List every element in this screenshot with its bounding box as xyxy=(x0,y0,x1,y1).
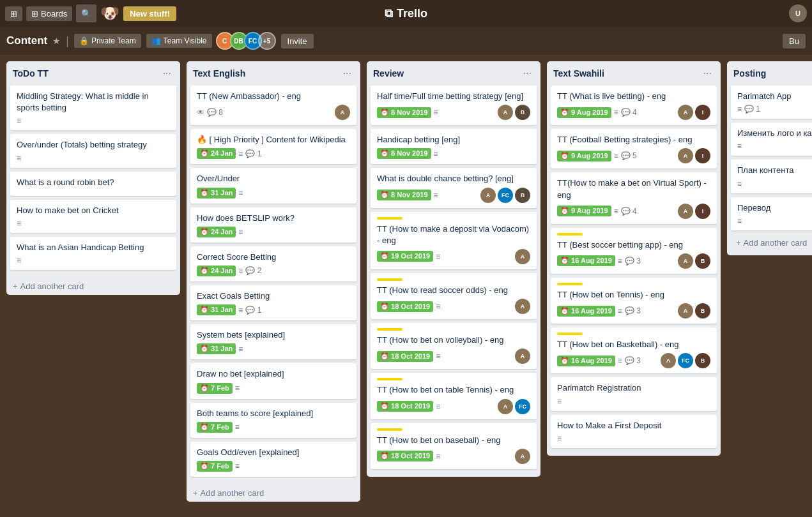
boards-button[interactable]: ⊞ Boards xyxy=(26,6,72,21)
date-badge: ⏰ 18 Oct 2019 xyxy=(377,451,433,461)
column-menu-todo-tt[interactable]: ··· xyxy=(160,66,174,80)
card-exact-goals[interactable]: Exact Goals Betting ⏰ 31 Jan ≡ 💬 1 xyxy=(190,285,356,320)
card-avatars: A B xyxy=(678,253,710,269)
card-meta: ≡ xyxy=(17,219,170,228)
card-asian-handicap[interactable]: What is an Asian Handicap Betting ≡ xyxy=(10,237,176,270)
private-team-button[interactable]: 🔒 Private Team xyxy=(74,34,141,48)
add-card-text-english[interactable]: + Add another card xyxy=(187,484,360,502)
board-header: Content ★ | 🔒 Private Team 👥 Team Visibl… xyxy=(0,27,812,55)
card-title: TT (How bet on Basketball) - eng xyxy=(557,339,710,350)
card-meta: ⏰ 31 Jan ≡ 💬 1 xyxy=(197,304,350,315)
card-betslip[interactable]: How does BETSLIP work? ⏰ 24 Jan ≡ xyxy=(190,207,356,243)
home-button[interactable]: ⊞ xyxy=(5,6,22,21)
description-icon: ≡ xyxy=(737,216,742,225)
card-high-priority-wikipedia[interactable]: 🔥 [ High Priority ] Content for Wikipedi… xyxy=(190,129,356,164)
yellow-bar xyxy=(377,278,402,281)
card-handicap-betting[interactable]: Handicap betting [eng] ⏰ 8 Nov 2019 ≡ xyxy=(371,129,537,164)
card-perevod[interactable]: Перевод ≡ xyxy=(731,197,812,230)
card-soccer-app[interactable]: TT (Best soccer betting app) - eng ⏰ 16 … xyxy=(551,228,717,274)
card-tennis[interactable]: TT (How bet on Tennis) - eng ⏰ 16 Aug 20… xyxy=(551,278,717,324)
card-halftime-fulltime[interactable]: Half time/Full time betting strategy [en… xyxy=(371,86,537,125)
column-posting: Posting ··· Parimatch App ≡ 💬 1 Изменить… xyxy=(727,61,812,255)
card-virtual-sport[interactable]: TT(How to make a bet on Virtual Sport) -… xyxy=(551,172,717,223)
user-avatar[interactable]: U xyxy=(789,4,807,22)
card-middling-strategy[interactable]: Middling Strategy: What is middle in spo… xyxy=(10,86,176,130)
card-first-deposit[interactable]: How to Make a First Deposit ≡ xyxy=(551,415,717,448)
card-avatar: A xyxy=(678,253,693,269)
card-title: Over/Under xyxy=(197,173,350,184)
description-icon: ≡ xyxy=(436,302,440,311)
card-meta: ⏰ 24 Jan ≡ 💬 2 xyxy=(197,266,350,276)
card-meta: ⏰ 16 Aug 2019 ≡ 💬 3 A FC B xyxy=(557,353,710,368)
card-avatar: A xyxy=(515,348,530,364)
member-avatar-more[interactable]: +5 xyxy=(258,32,276,50)
column-menu-review[interactable]: ··· xyxy=(521,66,534,80)
column-cards-review: Half time/Full time betting strategy [en… xyxy=(367,86,540,477)
card-new-ambassador[interactable]: TT (New Ambassador) - eng 👁 💬 8 A xyxy=(190,86,356,125)
card-volleyball[interactable]: TT (How to bet on volleyball) - eng ⏰ 18… xyxy=(371,323,537,369)
date-badge: ⏰ 9 Aug 2019 xyxy=(557,206,611,216)
card-round-robin[interactable]: What is a round robin bet? xyxy=(10,172,176,196)
description-icon: ≡ xyxy=(17,154,21,163)
card-title: Parimatch Registration xyxy=(557,382,710,394)
card-meta: 👁 💬 8 A xyxy=(197,105,350,120)
search-button[interactable]: 🔍 xyxy=(76,4,96,22)
description-icon: ≡ xyxy=(238,345,243,354)
card-over-under[interactable]: Over/Under ⏰ 31 Jan ≡ xyxy=(190,168,356,203)
board-content: ToDo TT ··· Middling Strategy: What is m… xyxy=(0,55,812,517)
add-another-card-posting[interactable]: + Add another card xyxy=(731,234,812,251)
card-baseball[interactable]: TT (How to bet on baseball) - eng ⏰ 18 O… xyxy=(371,423,537,469)
card-parimatch-registration[interactable]: Parimatch Registration ≡ xyxy=(551,377,717,410)
column-menu-text-swahili[interactable]: ··· xyxy=(701,66,714,80)
card-plan-kontenta[interactable]: План контента ≡ xyxy=(731,160,812,193)
lock-icon: 🔒 xyxy=(79,36,89,45)
card-over-under-totals[interactable]: Over/under (Totals) betting strategy ≡ xyxy=(10,134,176,167)
card-meta: ⏰ 9 Aug 2019 ≡ 💬 4 A I xyxy=(557,204,710,219)
card-avatar: A xyxy=(678,303,693,318)
card-draw-no-bet[interactable]: Draw no bet [explained] ⏰ 7 Feb ≡ xyxy=(190,363,356,398)
card-avatar: A xyxy=(515,299,530,314)
card-title: Exact Goals Betting xyxy=(197,290,350,302)
card-title: System bets [explained] xyxy=(197,329,350,341)
card-change-logo[interactable]: Изменить лого и кар... ≡ xyxy=(731,123,812,156)
card-correct-score[interactable]: Correct Score Betting ⏰ 24 Jan ≡ 💬 2 xyxy=(190,246,356,281)
card-title: Correct Score Betting xyxy=(197,251,350,263)
card-both-teams[interactable]: Both teams to score [explained] ⏰ 7 Feb … xyxy=(190,403,356,438)
invite-button[interactable]: Invite xyxy=(281,34,314,49)
card-avatar: B xyxy=(515,105,530,120)
card-goals-odd-even[interactable]: Goals Odd/even [explained] ⏰ 7 Feb ≡ xyxy=(190,442,356,477)
card-table-tennis[interactable]: TT (How to bet on table Tennis) - eng ⏰ … xyxy=(371,373,537,419)
comment-count: 💬 8 xyxy=(207,108,223,117)
team-visible-button[interactable]: 👥 Team Visible xyxy=(146,34,212,48)
card-football-strategies[interactable]: TT (Football Betting strategies) - eng ⏰… xyxy=(551,129,717,169)
comment-count: 💬 5 xyxy=(621,151,637,160)
card-title: Handicap betting [eng] xyxy=(377,134,530,146)
date-badge: ⏰ 31 Jan xyxy=(197,188,236,199)
card-live-betting[interactable]: TT (What is live betting) - eng ⏰ 9 Aug … xyxy=(551,86,717,125)
card-title: Parimatch App xyxy=(737,91,812,102)
card-avatar-fc: FC xyxy=(498,188,513,203)
new-stuff-button[interactable]: New stuff! xyxy=(123,6,176,21)
description-icon: ≡ xyxy=(235,423,240,431)
card-avatar-fc: FC xyxy=(515,399,530,414)
column-header-text-english: Text English ··· xyxy=(187,61,360,86)
card-double-chance[interactable]: What is double chance betting? [eng] ⏰ 8… xyxy=(371,168,537,207)
column-menu-text-english[interactable]: ··· xyxy=(341,66,354,80)
card-basketball[interactable]: TT (How bet on Basketball) - eng ⏰ 16 Au… xyxy=(551,327,717,373)
card-title: TT (Best soccer betting app) - eng xyxy=(557,239,710,251)
card-system-bets[interactable]: System bets [explained] ⏰ 31 Jan ≡ xyxy=(190,324,356,359)
star-icon[interactable]: ★ xyxy=(52,36,61,46)
card-avatars: A B xyxy=(498,105,530,120)
card-title: TT (What is live betting) - eng xyxy=(557,91,710,102)
card-parimatch-app[interactable]: Parimatch App ≡ 💬 1 xyxy=(731,86,812,119)
card-cricket[interactable]: How to make bet on Cricket ≡ xyxy=(10,200,176,233)
description-icon: ≡ xyxy=(238,306,243,315)
trello-logo: ⧉ Trello xyxy=(385,7,427,20)
bu-button[interactable]: Bu xyxy=(783,34,806,49)
add-card-todo-tt[interactable]: + Add another card xyxy=(6,278,180,295)
card-vodacom-deposit[interactable]: TT (How to make a deposit via Vodacom) -… xyxy=(371,212,537,269)
description-icon: ≡ xyxy=(434,108,438,117)
card-avatar: A xyxy=(678,204,693,219)
card-soccer-odds[interactable]: TT (How to read soccer odds) - eng ⏰ 18 … xyxy=(371,273,537,319)
card-title: Half time/Full time betting strategy [en… xyxy=(377,91,530,102)
